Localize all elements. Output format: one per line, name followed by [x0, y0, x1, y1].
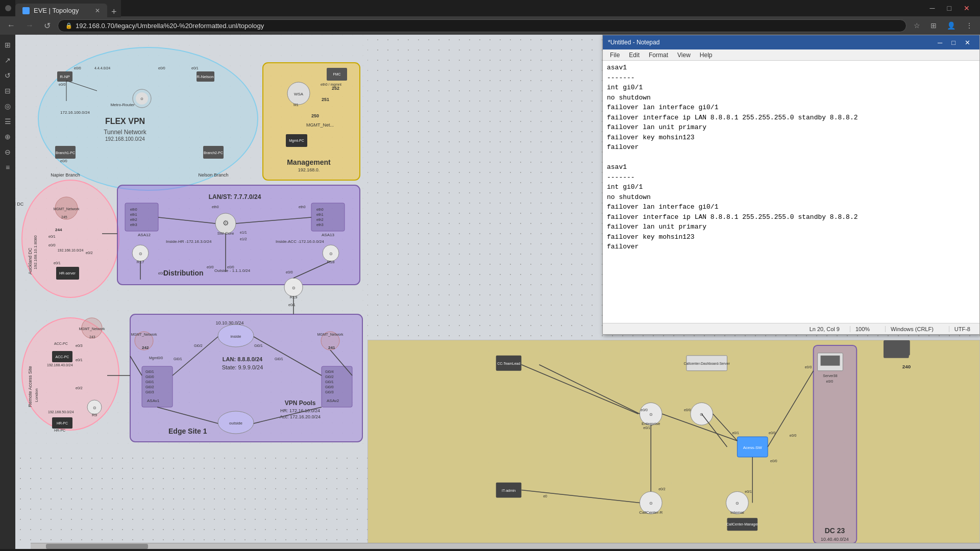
sidebar-circle-icon[interactable]: ◎	[3, 100, 13, 112]
svg-text:⊙: ⊙	[649, 412, 653, 417]
notepad-close-button[interactable]: ✕	[961, 38, 974, 47]
notepad-help-menu[interactable]: Help	[696, 51, 717, 60]
svg-text:e0/0: e0/0	[207, 265, 214, 269]
sidebar-remove-icon[interactable]: ⊖	[3, 146, 13, 158]
svg-text:192.168.50.0/24: 192.168.50.0/24	[48, 410, 74, 414]
security-icon: 🔒	[65, 22, 72, 29]
svg-text:LAN: 8.8.8.0/24: LAN: 8.8.8.0/24	[223, 356, 263, 362]
svg-text:ASAv2: ASAv2	[327, 398, 339, 403]
reload-button[interactable]: ↺	[41, 19, 54, 33]
svg-point-3	[38, 47, 258, 190]
notepad-minimize-button[interactable]: ─	[934, 38, 946, 47]
svg-text:192.168.10.0/24: 192.168.10.0/24	[58, 248, 84, 252]
back-button[interactable]: ←	[4, 19, 18, 32]
left-sidebar: ⊞ ↗ ↺ ⊟ ◎ ☰ ⊕ ⊖ ≡	[0, 35, 15, 549]
svg-text:eth0: eth0	[299, 205, 306, 209]
svg-text:MGMT_Network: MGMT_Network	[54, 207, 80, 211]
svg-text:Remote Access Site: Remote Access Site	[28, 366, 33, 407]
active-tab[interactable]: EVE | Topology ✕	[15, 4, 107, 17]
sidebar-minus-icon[interactable]: ⊟	[3, 85, 13, 97]
svg-text:e0/0: e0/0	[769, 431, 776, 435]
svg-text:CC-TeamLead: CC-TeamLead	[497, 362, 520, 365]
svg-text:Tunnel Network: Tunnel Network	[104, 129, 147, 136]
svg-text:eth2: eth2	[316, 218, 324, 221]
url-text: 192.168.0.70/legacy/Umbrella%20-%20refor…	[76, 22, 264, 30]
svg-text:e0/0: e0/0	[59, 83, 66, 86]
svg-text:172.16.100.0/24: 172.16.100.0/24	[60, 110, 90, 115]
svg-rect-183	[885, 340, 910, 356]
extensions-icon[interactable]: ⊞	[927, 19, 940, 32]
svg-text:⊙: ⊙	[329, 252, 333, 256]
svg-text:Gi0/0: Gi0/0	[325, 385, 334, 389]
minimize-button[interactable]: ─	[925, 3, 940, 13]
notepad-menubar: File Edit Format View Help	[603, 49, 979, 61]
svg-text:CallCenter-R: CallCenter-R	[639, 510, 663, 515]
sidebar-refresh-icon[interactable]: ↺	[3, 69, 13, 82]
profile-icon[interactable]: 👤	[944, 19, 959, 32]
sidebar-arrow-icon[interactable]: ↗	[3, 54, 13, 66]
svg-text:London: London	[34, 388, 39, 402]
svg-text:⊙: ⊙	[292, 286, 296, 290]
svg-text:DC 23: DC 23	[825, 527, 845, 535]
svg-text:⊙: ⊙	[140, 97, 143, 101]
tab-close-button[interactable]: ✕	[95, 7, 100, 14]
svg-text:M1: M1	[293, 103, 299, 107]
sidebar-list-icon[interactable]: ☰	[3, 115, 13, 128]
svg-text:192.168.100.0/24: 192.168.100.0/24	[105, 136, 145, 142]
address-bar[interactable]: 🔒 192.168.0.70/legacy/Umbrella%20-%20ref…	[58, 19, 906, 32]
svg-text:251: 251	[322, 97, 329, 102]
window-controls: ─ □ ✕	[925, 3, 975, 13]
svg-text:e0/1: e0/1	[288, 303, 296, 307]
svg-text:e0/0: e0/0	[790, 434, 797, 437]
svg-text:ACC-PC: ACC-PC	[56, 355, 69, 359]
svg-text:Gi0/1: Gi0/1	[254, 344, 263, 347]
svg-text:e0/0: e0/0	[74, 66, 81, 70]
svg-text:192.168.10.1:8080: 192.168.10.1:8080	[33, 235, 38, 269]
svg-text:241: 241	[328, 345, 335, 350]
svg-text:MGMT_Net...: MGMT_Net...	[306, 122, 334, 128]
svg-text:Gi0/3: Gi0/3	[145, 390, 154, 394]
svg-text:e0/1: e0/1	[48, 235, 56, 238]
svg-text:e0/2: e0/2	[158, 271, 165, 275]
horizontal-scrollbar[interactable]	[31, 543, 980, 549]
svg-text:10.40.40.0/24: 10.40.40.0/24	[821, 537, 849, 542]
svg-text:e0/0: e0/0	[684, 408, 691, 412]
svg-text:Gi0/1: Gi0/1	[325, 380, 334, 384]
forward-button[interactable]: →	[22, 19, 37, 32]
svg-text:HR-server: HR-server	[59, 271, 76, 275]
notepad-line-ending: Windows (CRLF)	[885, 326, 939, 332]
topology-area[interactable]: R-NP e0/0 e0/0 ⊙ Metro-Router R-Nelson 1…	[15, 35, 980, 549]
menu-icon[interactable]: ⋮	[963, 19, 976, 32]
svg-text:250: 250	[311, 113, 319, 118]
svg-text:e0/0: e0/0	[770, 459, 777, 463]
svg-text:Gi0/2: Gi0/2	[194, 344, 203, 347]
tab-title: EVE | Topology	[34, 7, 79, 14]
new-tab-button[interactable]: +	[107, 7, 121, 17]
svg-text:HR-PC: HR-PC	[54, 429, 65, 432]
svg-text:CallCenter-Manager: CallCenter-Manager	[726, 522, 758, 527]
svg-text:192.168.40.0/24: 192.168.40.0/24	[47, 363, 73, 367]
sidebar-menu-icon[interactable]: ≡	[4, 161, 12, 173]
svg-text:Mgmt0/0: Mgmt0/0	[149, 356, 163, 360]
svg-text:Gi0/4: Gi0/4	[325, 370, 334, 373]
sidebar-add-icon[interactable]: ⊕	[3, 131, 13, 143]
notepad-format-menu[interactable]: Format	[645, 51, 672, 60]
notepad-edit-menu[interactable]: Edit	[625, 51, 644, 60]
maximize-button[interactable]: □	[942, 3, 957, 13]
close-button[interactable]: ✕	[959, 3, 975, 13]
svg-text:e0/2: e0/2	[86, 251, 93, 255]
svg-text:⚙: ⚙	[223, 219, 229, 227]
svg-text:FLEX VPN: FLEX VPN	[105, 117, 145, 126]
svg-text:e0/1: e0/1	[745, 490, 752, 493]
sidebar-home-icon[interactable]: ⊞	[3, 39, 13, 51]
notepad-view-menu[interactable]: View	[673, 51, 695, 60]
bottom-panel: DC 23 10.40.40.0/24 Server38 e0/0 CC-Tea…	[368, 340, 980, 549]
bookmark-icon[interactable]: ☆	[911, 19, 923, 32]
svg-text:e0/0: e0/0	[805, 365, 812, 369]
notepad-window: *Untitled - Notepad ─ □ ✕ File Edit Form…	[602, 35, 980, 335]
svg-text:MGMT_Network: MGMT_Network	[317, 333, 344, 337]
notepad-content[interactable]: asav1 ------- int gi0/1 no shutdown fail…	[603, 61, 979, 323]
notepad-maximize-button[interactable]: □	[947, 38, 960, 47]
notepad-file-menu[interactable]: File	[606, 51, 624, 60]
svg-text:e0/0: e0/0	[227, 265, 234, 269]
